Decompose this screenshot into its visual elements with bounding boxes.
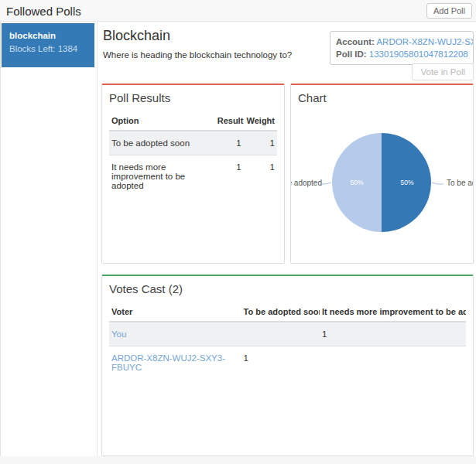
poll-id-label: Poll ID: [336, 49, 367, 59]
poll-results-table: Option Result Weight To be adopted soon … [109, 111, 277, 197]
results-row-2: It needs more improvement to be adopted … [109, 155, 277, 198]
results-weight-cell: 1 [244, 131, 277, 155]
window-left-edge [0, 0, 1, 464]
results-header-row: Option Result Weight [109, 111, 277, 131]
vote-value-cell [241, 322, 320, 346]
results-result-cell: 1 [215, 131, 244, 155]
voter-link-ardor-account[interactable]: ARDOR-X8ZN-WUJ2-SXY3-FBUYC [111, 353, 225, 372]
page-title: Followed Polls [6, 5, 81, 18]
votes-header-row: Voter To be adopted soon It needs more i… [109, 302, 466, 322]
votes-col-voter: Voter [109, 302, 241, 322]
top-header-bar: Followed Polls Add Poll [0, 0, 476, 22]
sidebar-blocks-left: Blocks Left: 1384 [9, 44, 87, 53]
results-weight-cell: 1 [244, 155, 277, 198]
pie-leader-line-left [321, 183, 331, 184]
sidebar-poll-name: blockchain [9, 31, 87, 40]
pie-chart: 50% 50% [291, 85, 474, 264]
poll-id-line: Poll ID: 13301905801047812208 [336, 48, 467, 60]
vote-in-poll-button[interactable]: Vote in Poll [412, 63, 474, 80]
votes-row-ardor-account: ARDOR-X8ZN-WUJ2-SXY3-FBUYC 1 [109, 346, 466, 380]
vote-value-cell: 1 [241, 346, 320, 380]
results-col-result: Result [215, 111, 244, 131]
results-row-1: To be adopted soon 1 1 [109, 131, 277, 155]
pie-leader-line-right [432, 183, 443, 184]
pie-percent-left: 50% [350, 179, 363, 186]
vote-value-cell [320, 346, 466, 380]
vote-value-cell: 1 [320, 322, 466, 346]
account-label: Account: [336, 37, 375, 46]
voter-link-you[interactable]: You [111, 329, 126, 339]
votes-cast-title: Votes Cast (2) [109, 282, 466, 295]
results-result-cell: 1 [215, 155, 244, 198]
account-line: Account: ARDOR-X8ZN-WUJ2-SXY3-FBUYC [336, 36, 467, 48]
results-col-weight: Weight [244, 111, 277, 131]
poll-question: Where is heading the blockchain technolo… [103, 50, 292, 60]
pie-label-adopted-soon: To be adopted soon [447, 179, 474, 187]
poll-info-box: Account: ARDOR-X8ZN-WUJ2-SXY3-FBUYC Poll… [330, 31, 474, 65]
sidebar-main-divider [97, 22, 98, 464]
poll-id-link[interactable]: 13301905801047812208 [369, 49, 468, 59]
account-link[interactable]: ARDOR-X8ZN-WUJ2-SXY3-FBUYC [376, 37, 474, 46]
pie-percent-right: 50% [400, 179, 413, 186]
results-option-cell: It needs more improvement to be adopted [109, 155, 215, 198]
sidebar-item-blockchain-poll[interactable]: blockchain Blocks Left: 1384 [2, 23, 94, 67]
results-option-cell: To be adopted soon [109, 131, 215, 155]
votes-cast-table: Voter To be adopted soon It needs more i… [109, 302, 466, 379]
votes-cast-panel: Votes Cast (2) Voter To be adopted soon … [101, 275, 474, 456]
votes-col-adopted-soon: To be adopted soon [241, 302, 320, 322]
chart-panel: Chart 50% 50% It needs more improvement … [290, 84, 474, 264]
results-col-option: Option [109, 111, 215, 131]
pie-label-improvement: It needs more improvement to be adopted [290, 179, 322, 187]
poll-title: Blockchain [103, 28, 170, 44]
page-bottom-strip [0, 456, 476, 464]
poll-results-panel: Poll Results Option Result Weight To be … [101, 84, 285, 264]
votes-col-improvement: It needs more improvement to be adopted [320, 302, 466, 322]
poll-results-title: Poll Results [109, 91, 277, 104]
add-poll-button[interactable]: Add Poll [426, 3, 472, 19]
votes-row-you: You 1 [109, 322, 466, 346]
